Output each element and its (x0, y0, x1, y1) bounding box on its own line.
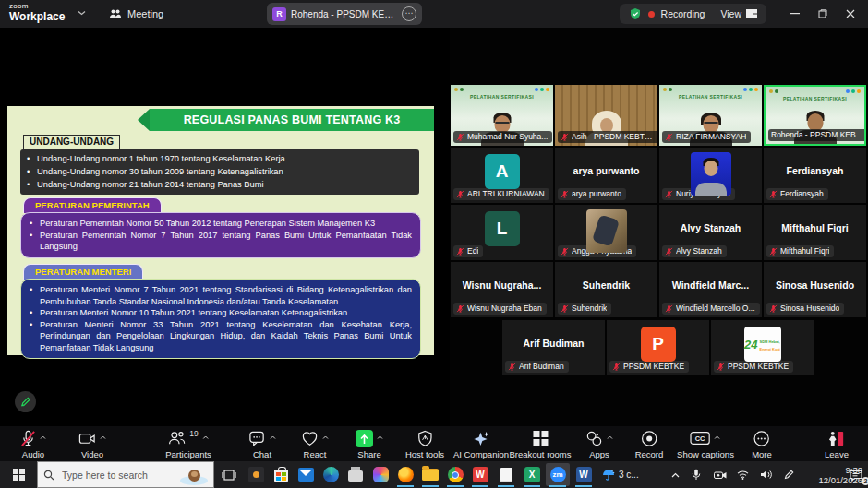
edge-browser-icon[interactable] (319, 463, 343, 486)
search-input[interactable] (60, 469, 175, 482)
leave-button[interactable]: Leave (825, 430, 849, 459)
participant-tile[interactable]: 24 SDM Hebat, Energi Kuat PPSDM KEBTKE (711, 320, 814, 375)
more-button[interactable]: More (752, 430, 772, 459)
audio-button[interactable]: Audio (20, 430, 46, 459)
meeting-toolbar: Audio Video 19 Participants Chat (0, 426, 868, 461)
participant-tile[interactable]: Alvy Stanzah Alvy Stanzah (659, 205, 762, 260)
video-tile[interactable]: Asih - PPSDM KEBTKE (555, 85, 657, 146)
mic-muted-icon (665, 247, 673, 256)
breakout-rooms-button[interactable]: Breakout rooms (509, 430, 571, 459)
record-button[interactable]: Record (635, 430, 664, 459)
tray-camera-device[interactable] (711, 461, 729, 488)
name-label: Windfield Marcello O... (662, 303, 760, 315)
host-tools-button[interactable]: Host tools (405, 430, 444, 459)
participant-tile[interactable]: Angga Priyatama (555, 205, 657, 260)
captions-button[interactable]: CC Show captions (677, 430, 734, 459)
organization-logo: 24 SDM Hebat, Energi Kuat (744, 327, 781, 362)
minimize-button[interactable] (781, 0, 809, 28)
folder-icon (422, 469, 439, 481)
mail-app-icon[interactable] (294, 463, 318, 486)
participant-tile[interactable]: Wisnu Nugraha... Wisnu Nugraha Eban (451, 262, 553, 317)
react-button[interactable]: React (301, 430, 329, 459)
chrome-browser-icon[interactable] (443, 463, 467, 486)
notepad-app-icon[interactable] (494, 463, 518, 486)
participant-tile[interactable]: L Edi (451, 205, 553, 260)
tray-pen[interactable] (780, 461, 797, 488)
firefox-browser-icon[interactable] (393, 463, 417, 486)
participant-tile[interactable]: Mifthahul Fiqri Mifthahul Fiqri (764, 205, 866, 260)
chevron-up-icon[interactable] (714, 435, 720, 440)
participant-tile[interactable]: Windfield Marc... Windfield Marcello O..… (659, 262, 762, 317)
edge-icon (323, 467, 339, 482)
record-icon (641, 430, 658, 447)
video-tile[interactable]: PELATIHAN SERTIFIKASI RIZA FIRMANSYAH (659, 85, 762, 146)
participant-tile[interactable]: arya purwanto arya purwanto (555, 148, 657, 203)
chevron-up-icon[interactable] (322, 435, 329, 440)
file-explorer-icon[interactable] (418, 463, 442, 486)
notifications-button[interactable]: 2 (846, 461, 866, 488)
leave-icon (827, 430, 845, 447)
chat-button[interactable]: Chat (248, 430, 276, 459)
share-button[interactable]: Share (356, 430, 383, 459)
participant-tile[interactable]: Ferdiansyah Ferdiansyah (764, 148, 866, 203)
search-highlight-image[interactable] (180, 464, 208, 486)
participant-tile[interactable]: P PPSDM KEBTKE (607, 320, 709, 375)
maximize-button[interactable] (809, 0, 837, 28)
excel-app-icon[interactable]: X (520, 463, 544, 486)
participant-tile[interactable]: Sinosa Husenido Sinosa Husenido (764, 262, 866, 317)
taskbar-search[interactable] (37, 461, 214, 488)
chevron-down-icon[interactable] (78, 10, 86, 16)
annotate-button[interactable] (15, 391, 36, 412)
tray-network[interactable] (734, 461, 751, 488)
mic-muted-icon (561, 247, 569, 256)
video-tile[interactable]: PELATIHAN SERTIFIKASI Muhamad Nur Syuha.… (451, 85, 553, 146)
recording-label: Recording (661, 8, 705, 19)
mic-muted-icon (561, 190, 569, 198)
word-app-icon[interactable]: W (572, 463, 596, 486)
tray-volume[interactable] (757, 461, 774, 488)
chevron-up-icon[interactable] (270, 435, 276, 440)
participant-tile[interactable]: Nuriyadiansyah (659, 148, 762, 203)
apps-button[interactable]: Apps (585, 430, 613, 459)
avatar: A (485, 154, 520, 189)
printer-app-icon[interactable] (344, 463, 368, 486)
tab-screen-share[interactable]: R Rohenda - PPSDM KEBTKE's scree ⋯ (267, 3, 422, 25)
tab-meeting[interactable]: Meeting (109, 0, 163, 28)
tray-microphone[interactable] (688, 461, 705, 488)
wps-office-icon[interactable]: W (468, 463, 492, 486)
name-label: Sinosa Husenido (766, 303, 844, 315)
windows-taskbar: W X zm W 3 c... 9:30 12/01/2026 (0, 461, 868, 488)
ai-companion-button[interactable]: AI Companion (453, 430, 509, 459)
participant-tile[interactable]: A ARI TRI KURNIAWAN (451, 148, 553, 203)
participant-tile[interactable]: Arif Budiman Arif Budiman (502, 320, 605, 375)
participant-tile[interactable]: Suhendrik Suhendrik (555, 262, 657, 317)
chevron-up-icon[interactable] (377, 435, 383, 440)
start-button[interactable] (0, 461, 37, 488)
tray-expand-button[interactable] (667, 461, 683, 488)
participants-button[interactable]: 19 Participants (165, 430, 211, 459)
security-shield-icon[interactable] (629, 7, 642, 20)
chevron-up-icon[interactable] (607, 435, 613, 440)
slide-title: REGULASI PANAS BUMI TENTANG K3 (184, 113, 401, 126)
law-section-heading: UNDANG-UNDANG (23, 135, 120, 149)
avatar: R (272, 7, 286, 21)
close-button[interactable] (837, 0, 864, 28)
chevron-up-icon[interactable] (202, 435, 209, 440)
name-label: Suhendrik (558, 303, 611, 315)
mic-muted-icon (20, 430, 36, 447)
weather-tray-item[interactable]: 3 c... (602, 461, 639, 488)
zoom-app-icon[interactable]: zm (546, 463, 570, 486)
video-tile-active-speaker[interactable]: PELATIHAN SERTIFIKASI Rohenda - PPSDM KE… (764, 85, 866, 146)
view-button[interactable]: View (720, 8, 757, 19)
task-view-button[interactable] (217, 463, 241, 486)
mic-muted-icon (456, 247, 464, 256)
chevron-up-icon[interactable] (40, 435, 46, 440)
video-button[interactable]: Video (78, 430, 106, 459)
law-item: •Undang-Undang nomor 1 tahun 1970 tentan… (27, 152, 413, 165)
microsoft-store-icon[interactable] (269, 463, 293, 486)
photos-app-icon[interactable] (244, 463, 268, 486)
chevron-up-icon[interactable] (100, 435, 106, 440)
tab-options-icon[interactable]: ⋯ (402, 6, 416, 21)
copilot-app-icon[interactable] (368, 463, 392, 486)
zoom-workplace-logo[interactable]: zoom Workplace (9, 3, 65, 22)
